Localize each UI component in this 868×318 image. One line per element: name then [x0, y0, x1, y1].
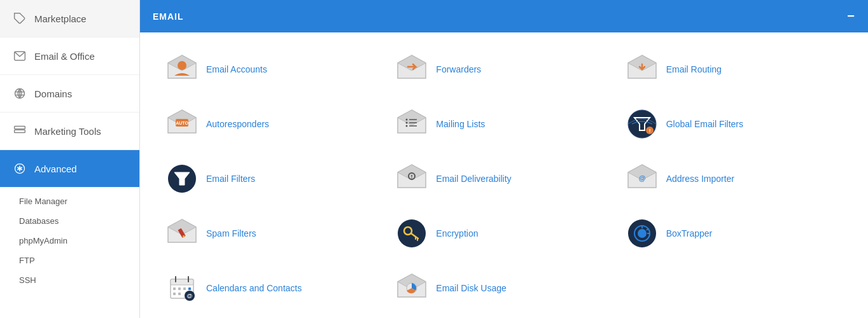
forwarders-label: Forwarders [436, 64, 481, 74]
svg-rect-70 [178, 293, 181, 295]
mailing-lists-item[interactable]: Mailing Lists [389, 100, 619, 148]
svg-rect-68 [188, 287, 191, 290]
sidebar: Marketplace Email & Office Domains [0, 0, 140, 318]
sidebar-item-advanced[interactable]: Advanced [0, 150, 139, 188]
mailing-lists-icon [395, 107, 428, 141]
main-content: EMAIL − Email Accounts [140, 0, 868, 318]
global-email-filters-icon: ! [626, 107, 659, 141]
spam-filters-icon [165, 217, 199, 250]
svg-point-14 [178, 61, 186, 70]
email-section-header: EMAIL − [140, 0, 868, 32]
sidebar-subitem-ssh[interactable]: SSH [0, 270, 139, 290]
svg-text:AUTO: AUTO [176, 121, 188, 125]
email-disk-usage-item[interactable]: Email Disk Usage [389, 264, 619, 312]
boxtrapper-label: BoxTrapper [666, 228, 713, 238]
sidebar-item-marketplace[interactable]: Marketplace [0, 0, 139, 38]
svg-rect-69 [173, 293, 176, 295]
email-filters-icon [165, 162, 199, 195]
svg-rect-4 [15, 127, 25, 129]
address-importer-icon: @ [626, 162, 659, 195]
svg-point-57 [638, 229, 647, 238]
sidebar-item-email-office-label: Email & Office [34, 51, 95, 62]
sidebar-subitem-ftp[interactable]: FTP [0, 251, 139, 270]
sidebar-subitem-file-manager[interactable]: File Manager [0, 191, 139, 211]
sidebar-item-email-office[interactable]: Email & Office [0, 38, 139, 75]
email-deliverability-item[interactable]: Email Deliverability [389, 155, 619, 203]
global-email-filters-label: Global Email Filters [666, 119, 743, 129]
email-accounts-item[interactable]: Email Accounts [159, 45, 389, 93]
asterisk-icon [13, 162, 27, 176]
encryption-icon [395, 217, 428, 250]
svg-point-27 [406, 122, 408, 124]
email-routing-label: Email Routing [666, 64, 722, 74]
sidebar-item-marketing-tools-label: Marketing Tools [34, 126, 101, 137]
svg-rect-65 [173, 287, 176, 290]
svg-text:!: ! [648, 128, 650, 134]
email-section-body: Email Accounts Forwarders [140, 32, 868, 318]
svg-rect-5 [15, 130, 25, 132]
email-filters-label: Email Filters [206, 174, 255, 184]
tag-icon [13, 11, 27, 25]
email-routing-icon [626, 53, 659, 86]
sidebar-item-marketing-tools[interactable]: Marketing Tools [0, 113, 139, 150]
spam-filters-item[interactable]: Spam Filters [159, 209, 389, 258]
global-email-filters-item[interactable]: ! Global Email Filters [619, 100, 849, 148]
calendars-contacts-item[interactable]: @ Calendars and Contacts [159, 264, 389, 312]
server-icon [13, 124, 27, 138]
boxtrapper-item[interactable]: BoxTrapper [619, 209, 849, 258]
svg-point-25 [406, 119, 408, 121]
svg-point-42 [412, 177, 413, 179]
sidebar-subitem-phpmyadmin[interactable]: phpMyAdmin [0, 231, 139, 251]
email-deliverability-label: Email Deliverability [436, 174, 511, 184]
circle-icon [13, 86, 27, 100]
email-accounts-icon [165, 53, 199, 86]
email-disk-usage-icon [395, 272, 428, 305]
forwarders-icon [395, 53, 428, 86]
svg-text:@: @ [187, 293, 193, 299]
autoresponders-label: Autoresponders [206, 119, 269, 129]
email-section-title: EMAIL [153, 11, 184, 22]
encryption-item[interactable]: Encryption [389, 209, 619, 258]
email-accounts-label: Email Accounts [206, 64, 267, 74]
email-routing-item[interactable]: Email Routing [619, 45, 849, 93]
sidebar-item-domains-label: Domains [34, 88, 72, 99]
envelope-icon [13, 49, 27, 63]
svg-text:@: @ [638, 174, 645, 182]
email-section-collapse-icon[interactable]: − [847, 9, 855, 24]
spam-filters-label: Spam Filters [206, 228, 256, 238]
address-importer-item[interactable]: @ Address Importer [619, 155, 849, 203]
email-deliverability-icon [395, 162, 428, 195]
mailing-lists-label: Mailing Lists [436, 119, 485, 129]
autoresponders-item[interactable]: AUTO Autoresponders [159, 100, 389, 148]
address-importer-label: Address Importer [666, 174, 734, 184]
email-grid: Email Accounts Forwarders [159, 45, 849, 312]
calendars-contacts-label: Calendars and Contacts [206, 283, 302, 293]
email-filters-item[interactable]: Email Filters [159, 155, 389, 203]
email-disk-usage-label: Email Disk Usage [436, 283, 506, 293]
svg-rect-62 [171, 279, 193, 285]
svg-rect-66 [178, 287, 181, 290]
forwarders-item[interactable]: Forwarders [389, 45, 619, 93]
svg-point-29 [406, 125, 408, 127]
calendars-contacts-icon: @ [165, 272, 199, 305]
autoresponders-icon: AUTO [165, 107, 199, 141]
sidebar-item-advanced-label: Advanced [34, 163, 77, 174]
sidebar-subitems: File Manager Databases phpMyAdmin FTP SS… [0, 188, 139, 294]
sidebar-item-domains[interactable]: Domains [0, 75, 139, 113]
sidebar-subitem-databases[interactable]: Databases [0, 211, 139, 231]
boxtrapper-icon [626, 217, 659, 250]
sidebar-item-marketplace-label: Marketplace [34, 13, 87, 24]
svg-rect-67 [183, 287, 186, 290]
encryption-label: Encryption [436, 228, 478, 238]
email-section: EMAIL − Email Accounts [140, 0, 868, 318]
